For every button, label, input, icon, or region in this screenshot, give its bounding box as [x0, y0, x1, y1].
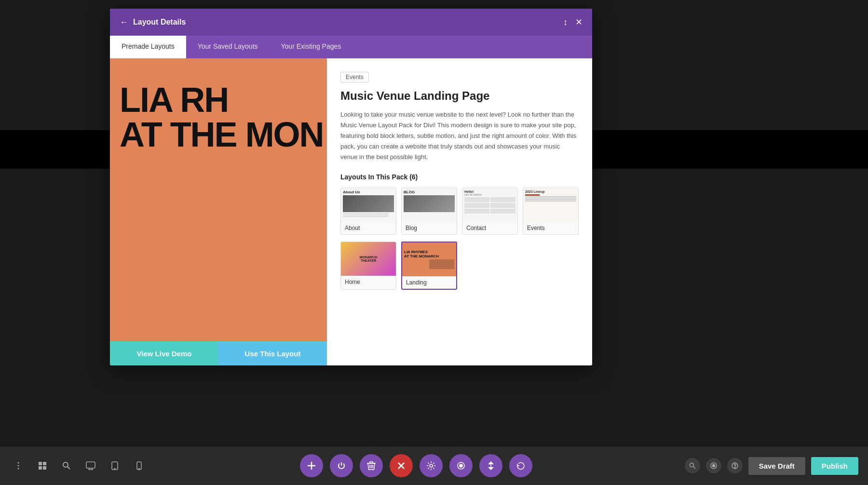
layout-card-events[interactable]: 2023 Lineup Events — [523, 188, 579, 235]
toolbar-center — [300, 454, 532, 477]
preview-panel: LIA RH AT THE MON View Live Demo Use Thi… — [110, 58, 327, 365]
svg-line-30 — [693, 467, 695, 469]
svg-rect-4 — [43, 462, 46, 465]
settings-button[interactable] — [420, 454, 443, 477]
toolbar-left — [10, 457, 148, 474]
search-button[interactable] — [58, 457, 75, 474]
svg-point-25 — [430, 464, 433, 467]
desktop-view-button[interactable] — [82, 457, 99, 474]
modal-title: Layout Details — [133, 18, 186, 27]
back-arrow-icon[interactable]: ← — [120, 17, 128, 27]
layout-thumb-blog: BLOG — [402, 188, 457, 222]
svg-point-32 — [712, 465, 715, 467]
more-options-button[interactable] — [10, 457, 27, 474]
svg-point-0 — [18, 462, 19, 464]
layout-label-blog: Blog — [402, 222, 457, 234]
layout-card-contact[interactable]: Hello! GET IN TOUCH Contact — [462, 188, 518, 235]
svg-point-29 — [690, 463, 693, 467]
history-button[interactable] — [509, 454, 532, 477]
preview-image: LIA RH AT THE MON — [110, 58, 327, 341]
layout-label-about: About — [341, 222, 396, 234]
bg-left-bar — [0, 130, 111, 169]
modal-body: LIA RH AT THE MON View Live Demo Use Thi… — [110, 58, 592, 365]
layout-grid-row2: MONARCHTHEATER Home LIA RHYMESAT THE MON… — [340, 242, 579, 290]
help-button[interactable] — [727, 458, 743, 473]
tab-premade-layouts[interactable]: Premade Layouts — [110, 36, 186, 58]
svg-point-14 — [114, 468, 115, 469]
preview-buttons: View Live Demo Use This Layout — [110, 341, 327, 365]
bg-right-bar — [588, 130, 868, 169]
view-live-demo-button[interactable]: View Live Demo — [110, 341, 218, 365]
svg-point-27 — [460, 464, 462, 467]
preview-button[interactable] — [449, 454, 473, 477]
info-description: Looking to take your music venue website… — [340, 109, 579, 162]
layout-label-events: Events — [523, 222, 578, 234]
circle-right-button[interactable] — [706, 458, 721, 473]
use-this-layout-button[interactable]: Use This Layout — [218, 341, 327, 365]
svg-point-2 — [18, 468, 19, 470]
layout-grid: About Us About BLOG Blog — [340, 188, 579, 235]
layout-thumb-about: About Us — [341, 188, 396, 222]
mobile-view-button[interactable] — [130, 457, 148, 474]
close-modal-icon[interactable]: ✕ — [575, 17, 583, 27]
svg-rect-9 — [86, 462, 95, 468]
svg-point-1 — [18, 465, 19, 467]
svg-point-7 — [63, 462, 68, 467]
svg-rect-3 — [39, 462, 42, 465]
svg-point-34 — [734, 467, 735, 468]
svg-point-16 — [138, 468, 139, 469]
category-badge: Events — [340, 72, 369, 82]
preview-big-text-line1: LIA RH — [120, 82, 327, 117]
transfer-button[interactable] — [479, 454, 502, 477]
info-title: Music Venue Landing Page — [340, 89, 579, 103]
save-draft-button[interactable]: Save Draft — [748, 457, 805, 475]
sort-icon[interactable]: ↕ — [563, 17, 568, 27]
preview-text-block: LIA RH AT THE MON — [120, 82, 327, 152]
grid-view-button[interactable] — [34, 457, 51, 474]
search-right-button[interactable] — [685, 458, 700, 473]
layout-details-modal: ← Layout Details ↕ ✕ Premade Layouts You… — [110, 9, 592, 365]
power-button[interactable] — [330, 454, 353, 477]
info-panel: Events Music Venue Landing Page Looking … — [327, 58, 592, 365]
layout-thumb-landing: LIA RHYMESAT THE MONARCH — [402, 242, 456, 276]
layout-label-landing: Landing — [402, 276, 456, 289]
svg-rect-6 — [43, 466, 46, 470]
delete-button[interactable] — [360, 454, 383, 477]
layout-label-contact: Contact — [462, 222, 517, 234]
modal-tabs: Premade Layouts Your Saved Layouts Your … — [110, 36, 592, 58]
layout-card-landing[interactable]: LIA RHYMESAT THE MONARCH Landing — [401, 242, 457, 290]
modal-header: ← Layout Details ↕ ✕ — [110, 9, 592, 36]
svg-rect-5 — [39, 466, 42, 470]
layout-thumb-contact: Hello! GET IN TOUCH — [462, 188, 517, 222]
close-button[interactable] — [390, 454, 413, 477]
toolbar-right: Save Draft Publish — [685, 457, 858, 475]
tab-saved-layouts[interactable]: Your Saved Layouts — [186, 36, 270, 58]
modal-header-right: ↕ ✕ — [563, 17, 583, 27]
publish-button[interactable]: Publish — [811, 457, 858, 475]
tab-existing-pages[interactable]: Your Existing Pages — [270, 36, 353, 58]
svg-line-8 — [68, 467, 70, 469]
layout-card-about[interactable]: About Us About — [340, 188, 396, 235]
layout-thumb-events: 2023 Lineup — [523, 188, 578, 222]
layout-label-home: Home — [341, 276, 396, 288]
preview-big-text-line2: AT THE MON — [120, 117, 327, 152]
layout-thumb-home: MONARCHTHEATER — [341, 242, 396, 276]
tablet-view-button[interactable] — [106, 457, 123, 474]
layout-card-blog[interactable]: BLOG Blog — [401, 188, 457, 235]
layout-card-home[interactable]: MONARCHTHEATER Home — [340, 242, 396, 290]
modal-header-left: ← Layout Details — [120, 17, 186, 27]
layouts-pack-title: Layouts In This Pack (6) — [340, 173, 579, 181]
bottom-toolbar: Save Draft Publish — [0, 446, 868, 485]
add-button[interactable] — [300, 454, 323, 477]
